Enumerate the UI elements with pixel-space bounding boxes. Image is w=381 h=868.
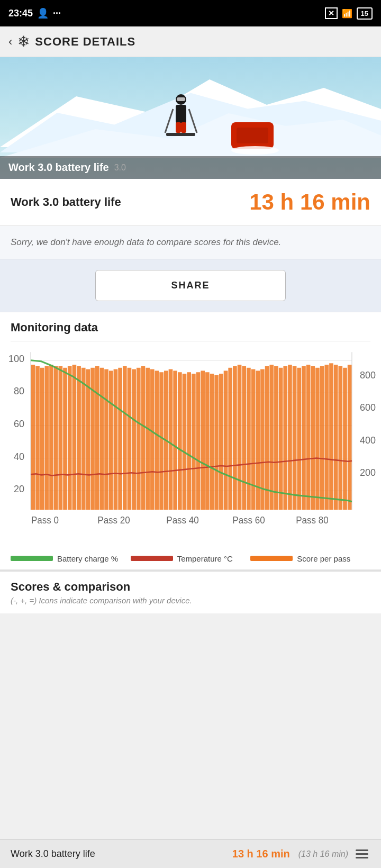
svg-rect-52	[141, 366, 146, 509]
svg-rect-70	[224, 370, 228, 510]
snowflake-icon: ❄	[17, 33, 30, 50]
svg-text:80: 80	[14, 385, 24, 396]
scores-title: Scores & comparison	[11, 580, 370, 594]
svg-rect-54	[150, 369, 155, 509]
svg-rect-73	[238, 365, 242, 510]
svg-rect-92	[324, 365, 329, 510]
svg-rect-47	[118, 367, 122, 509]
svg-rect-80	[269, 365, 274, 510]
legend-label-temperature: Temperature °C	[177, 554, 233, 563]
svg-rect-59	[173, 370, 177, 510]
svg-line-6	[189, 109, 197, 133]
bottom-bar-label: Work 3.0 battery life	[11, 848, 227, 860]
svg-rect-56	[159, 372, 164, 510]
svg-text:100: 100	[8, 352, 24, 364]
svg-line-5	[165, 109, 173, 133]
svg-rect-45	[109, 370, 113, 510]
svg-rect-60	[178, 372, 182, 510]
legend-color-battery	[11, 556, 53, 561]
svg-rect-4	[181, 122, 186, 133]
svg-rect-76	[251, 369, 256, 509]
svg-rect-65	[201, 370, 205, 510]
svg-rect-72	[233, 366, 237, 509]
svg-rect-29	[35, 366, 40, 509]
svg-rect-61	[183, 374, 187, 510]
svg-rect-88	[306, 365, 311, 510]
svg-rect-1	[177, 97, 185, 101]
svg-rect-39	[81, 367, 86, 509]
hero-image: Work 3.0 battery life 3.0	[0, 57, 381, 179]
chart-wrapper: 100 80 60 40 20 8000 6000 4000 2000 [97,…	[5, 347, 376, 548]
status-bar: 23:45 👤 ··· ✕ 📶 15	[0, 0, 381, 26]
svg-rect-63	[192, 374, 196, 510]
svg-rect-91	[320, 366, 324, 509]
svg-rect-79	[265, 366, 269, 509]
svg-rect-83	[283, 366, 287, 509]
legend-battery: Battery charge %	[11, 554, 131, 563]
menu-line-1	[356, 849, 368, 851]
svg-rect-84	[288, 365, 292, 510]
svg-text:60: 60	[14, 418, 24, 429]
score-value: 13 h 16 min	[249, 189, 370, 215]
legend-color-temperature	[131, 556, 173, 561]
compare-note-text: Sorry, we don't have enough data to comp…	[11, 237, 281, 247]
svg-rect-90	[315, 367, 320, 509]
svg-rect-46	[114, 369, 118, 509]
bottom-bar-compare: (13 h 16 min)	[298, 849, 348, 859]
share-section: SHARE	[0, 259, 381, 312]
status-right: ✕ 📶 15	[325, 7, 373, 20]
svg-text:Pass 60: Pass 60	[232, 514, 265, 525]
score-label: Work 3.0 battery life	[11, 195, 239, 209]
monitoring-title: Monitoring data	[11, 321, 370, 341]
monitoring-section: Monitoring data	[0, 312, 381, 341]
svg-rect-53	[146, 367, 150, 509]
scores-section: Scores & comparison (-, +, =) Icons indi…	[0, 569, 381, 613]
svg-rect-32	[49, 365, 53, 510]
sled-bag	[229, 120, 282, 157]
svg-rect-42	[95, 366, 99, 509]
menu-line-2	[356, 853, 368, 855]
more-icon: ···	[53, 8, 61, 19]
legend-label-battery: Battery charge %	[57, 554, 118, 563]
svg-rect-77	[256, 370, 260, 510]
svg-rect-66	[205, 372, 210, 510]
svg-rect-93	[329, 363, 333, 510]
svg-rect-68	[214, 375, 219, 509]
svg-rect-64	[196, 372, 201, 510]
svg-rect-3	[176, 122, 181, 133]
svg-text:4000: 4000	[360, 434, 376, 445]
svg-rect-67	[210, 374, 214, 510]
x-icon: ✕	[325, 7, 338, 19]
svg-rect-7	[166, 133, 195, 136]
svg-rect-28	[31, 365, 35, 510]
svg-rect-34	[59, 366, 63, 509]
legend-score: Score per pass	[250, 554, 370, 563]
page-title: SCORE DETAILS	[35, 35, 135, 49]
svg-rect-51	[137, 367, 141, 509]
svg-rect-44	[104, 369, 108, 509]
svg-rect-96	[343, 367, 347, 509]
battery-icon: 15	[357, 7, 373, 20]
svg-text:6000: 6000	[360, 401, 376, 412]
svg-rect-50	[132, 369, 136, 509]
share-button[interactable]: SHARE	[95, 270, 286, 301]
menu-button[interactable]	[353, 847, 370, 861]
app-header: ‹ ❄ SCORE DETAILS	[0, 26, 381, 57]
svg-text:Pass 80: Pass 80	[296, 514, 328, 525]
svg-rect-71	[228, 367, 232, 509]
chart-legend: Battery charge % Temperature °C Score pe…	[5, 548, 376, 569]
svg-rect-89	[311, 366, 315, 509]
svg-rect-95	[338, 366, 342, 509]
svg-rect-86	[297, 367, 301, 509]
bottom-bar-score: 13 h 16 min	[232, 848, 290, 860]
svg-rect-55	[155, 370, 159, 510]
person-icon: 👤	[37, 7, 49, 19]
svg-text:Pass 0: Pass 0	[31, 514, 59, 525]
hero-test-name: Work 3.0 battery life	[8, 161, 109, 174]
time-display: 23:45	[8, 8, 33, 19]
back-button[interactable]: ‹	[8, 35, 12, 49]
svg-text:Pass 40: Pass 40	[166, 514, 198, 525]
svg-rect-58	[169, 369, 173, 509]
compare-note: Sorry, we don't have enough data to comp…	[0, 226, 381, 259]
svg-rect-75	[247, 367, 251, 509]
